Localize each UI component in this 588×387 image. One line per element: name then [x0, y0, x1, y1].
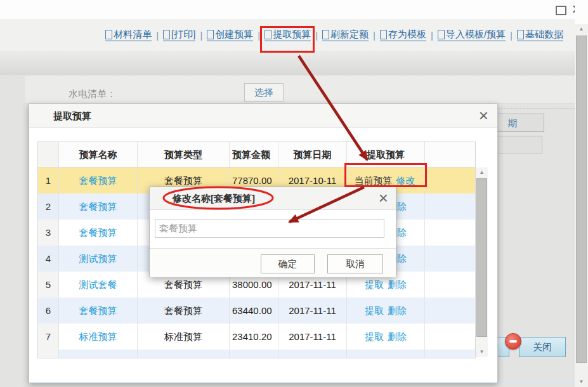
row-index: 5: [38, 272, 59, 298]
minus-badge-icon: [505, 333, 521, 350]
toolbar-link-label: 导入模板/预算: [446, 29, 506, 41]
table-row[interactable]: 6套餐预算套餐预算63440.002017-11-11提取删除: [38, 298, 475, 324]
budget-name-cell: 测试预算: [59, 246, 138, 272]
toolbar-link-7[interactable]: 导入模板/预算: [438, 29, 506, 41]
column-header: 提取预算: [347, 142, 425, 167]
close-page-button[interactable]: 关闭: [519, 337, 566, 357]
column-header: 预算名称: [59, 142, 138, 167]
action-link[interactable]: 删除: [388, 279, 407, 290]
doc-icon: [207, 30, 214, 39]
budget-date: 2017-11-11: [278, 298, 347, 324]
toolbar-separator: |: [200, 30, 202, 41]
budget-name-link[interactable]: 套餐预算: [79, 305, 117, 316]
rename-footer: 确定 取消: [150, 248, 396, 277]
scroll-down-icon[interactable]: ▼: [575, 377, 588, 387]
rename-dialog: 修改名称[套餐预算] × 确定 取消: [149, 187, 396, 277]
column-header: [38, 142, 59, 167]
toolbar-link-8[interactable]: 基础数据: [517, 29, 563, 41]
toolbar-link-label: 刷新定额: [330, 29, 369, 41]
table-header-row: 预算名称预算类型预算金额预算日期提取预算: [38, 142, 475, 167]
toolbar-links: 材料清单|[打印]|创建预算|提取预算|刷新定额|存为模板|导入模板/预算|基础…: [105, 19, 563, 51]
doc-icon: [517, 30, 524, 39]
cancel-button[interactable]: 取消: [327, 254, 383, 273]
table-row-partial: [38, 350, 475, 358]
toolbar-separator: |: [431, 30, 433, 41]
action-link[interactable]: 删除: [388, 331, 407, 342]
toolbar-link-1[interactable]: 材料清单: [105, 29, 152, 41]
toolbar-link-5[interactable]: 刷新定额: [322, 29, 369, 41]
budget-name-cell: 套餐预算: [59, 220, 138, 246]
row-index: 4: [38, 246, 59, 272]
empty-cell: [425, 298, 475, 324]
maximize-icon[interactable]: [556, 6, 566, 15]
scroll-down-icon[interactable]: ▼: [476, 347, 488, 357]
action-cell: 提取删除: [347, 298, 425, 324]
action-link[interactable]: 提取: [365, 279, 384, 290]
budget-type: 套餐预算: [138, 298, 230, 324]
action-link[interactable]: 提取: [365, 331, 384, 342]
column-header: [425, 142, 475, 167]
application-window: × 材料清单|[打印]|创建预算|提取预算|刷新定额|存为模板|导入模板/预算|…: [0, 0, 588, 387]
budget-name-link[interactable]: 套餐预算: [79, 227, 117, 238]
empty-cell: [425, 246, 475, 272]
budget-name-link[interactable]: 套餐预算: [79, 201, 117, 212]
row-index: 6: [38, 298, 59, 324]
empty-cell: [425, 272, 475, 298]
toolbar-link-label: [打印]: [171, 29, 195, 41]
browser-scrollbar-thumb[interactable]: [576, 36, 587, 363]
table-scrollbar[interactable]: ▲ ▼: [476, 167, 488, 357]
action-link[interactable]: 提取: [365, 305, 384, 316]
toolbar-link-6[interactable]: 存为模板: [380, 29, 426, 41]
toolbar-link-label: 提取预算: [273, 29, 311, 41]
toolbar-link-3[interactable]: 创建预算: [207, 29, 253, 41]
toolbar-separator: |: [156, 30, 159, 41]
toolbar-link-4[interactable]: 提取预算: [265, 29, 311, 41]
rename-titlebar: 修改名称[套餐预算] ×: [150, 187, 396, 210]
empty-cell: [425, 220, 475, 246]
dialog-titlebar: 提取预算 ×: [29, 104, 497, 128]
toolbar-link-2[interactable]: [打印]: [163, 29, 195, 41]
browser-scrollbar[interactable]: ▲ ▼: [575, 24, 588, 387]
row-index: 2: [38, 194, 59, 220]
table-scrollbar-thumb[interactable]: [476, 178, 487, 337]
scroll-up-icon[interactable]: ▲: [575, 24, 588, 34]
doc-icon: [163, 30, 170, 39]
dialog-close-icon[interactable]: ×: [479, 108, 488, 123]
budget-amount: 23410.20: [230, 324, 278, 350]
row-index: 3: [38, 220, 59, 246]
rename-input[interactable]: [155, 219, 384, 238]
budget-amount: 63440.00: [230, 298, 278, 324]
rename-title: 修改名称[套餐预算]: [173, 187, 255, 210]
toolbar-link-label: 基础数据: [525, 29, 563, 41]
table-row[interactable]: 7标准预算标准预算23410.202017-11-11提取删除: [38, 324, 475, 350]
header-band: [0, 51, 575, 75]
row-index: 7: [38, 324, 59, 350]
doc-icon: [380, 30, 387, 39]
row-index: 1: [38, 167, 59, 194]
column-header: 预算日期: [278, 142, 347, 167]
column-header: 预算类型: [138, 142, 230, 167]
toolbar-link-label: 创建预算: [215, 29, 253, 41]
field-label: 水电清单：: [69, 84, 116, 103]
doc-icon: [105, 30, 112, 39]
rename-close-icon[interactable]: ×: [379, 190, 388, 206]
empty-cell: [425, 194, 475, 220]
toolbar-separator: |: [510, 30, 513, 41]
doc-icon: [438, 30, 445, 39]
budget-name-cell: 套餐预算: [59, 167, 138, 194]
toolbar-separator: |: [315, 30, 318, 41]
budget-name-link[interactable]: 套餐预算: [79, 175, 117, 186]
budget-name-link[interactable]: 标准预算: [79, 331, 117, 342]
column-header: 预算金额: [230, 142, 278, 167]
scroll-up-icon[interactable]: ▲: [476, 167, 488, 178]
window-titlebar: ×: [0, 0, 588, 19]
ok-button[interactable]: 确定: [261, 254, 315, 273]
action-link[interactable]: 删除: [388, 305, 407, 316]
right-column: ▲ ▼: [575, 0, 588, 387]
select-button[interactable]: 选择: [244, 83, 284, 102]
doc-icon: [322, 30, 329, 39]
toolbar-link-label: 存为模板: [388, 29, 426, 41]
budget-name-link[interactable]: 测试套餐: [79, 279, 117, 290]
action-link[interactable]: 修改: [396, 175, 415, 186]
budget-name-link[interactable]: 测试预算: [79, 253, 117, 264]
